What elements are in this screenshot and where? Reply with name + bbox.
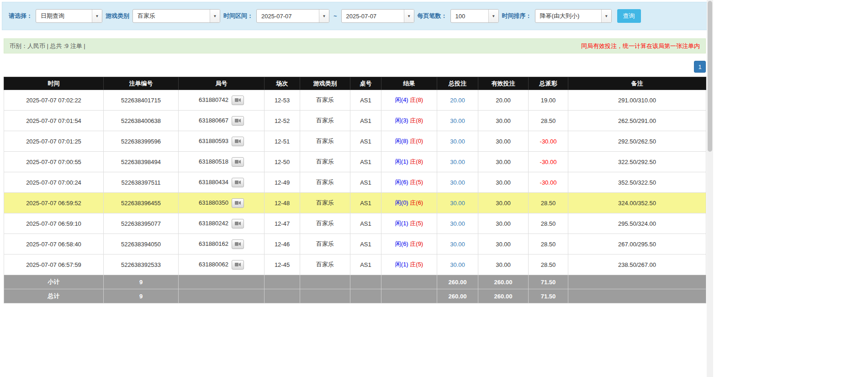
cell-bet-id: 522638397511 <box>104 172 179 193</box>
round-id-text: 631880434 <box>199 178 228 185</box>
round-id-text: 631880518 <box>199 158 228 165</box>
table-row: 2025-07-07 06:58:40 522638394050 6318801… <box>4 234 706 255</box>
date-to-select[interactable]: 2025-07-07 ▼ <box>341 9 414 23</box>
replay-video-icon[interactable] <box>232 178 244 187</box>
round-id-text: 631880667 <box>199 117 228 123</box>
game-type-label: 游戏类别 <box>106 12 129 20</box>
chevron-down-icon[interactable]: ▼ <box>210 10 220 22</box>
cell-valid-bet: 30.00 <box>478 234 529 255</box>
cell-result: 闲(8) 庄(0) <box>381 131 437 152</box>
total-bet-link[interactable]: 30.00 <box>450 179 465 186</box>
cell-table-no: AS1 <box>350 111 381 131</box>
total-bet-link[interactable]: 30.00 <box>450 117 465 124</box>
cell-result: 闲(1) 庄(8) <box>381 152 437 172</box>
total-bet-link[interactable]: 30.00 <box>450 200 465 207</box>
cell-table-no: AS1 <box>350 193 381 213</box>
result-player: 闲(1) <box>395 261 408 268</box>
total-bet-link[interactable]: 30.00 <box>450 220 465 227</box>
table-body: 2025-07-07 07:02:22 522638401715 6318807… <box>4 90 706 275</box>
cell-note: 292.50/262.50 <box>568 131 706 152</box>
cell-game-type: 百家乐 <box>300 193 350 213</box>
cell-total-bet: 30.00 <box>437 193 478 213</box>
date-from-select[interactable]: 2025-07-07 ▼ <box>256 9 329 23</box>
chevron-down-icon[interactable]: ▼ <box>404 10 414 22</box>
chevron-down-icon[interactable]: ▼ <box>601 10 611 22</box>
cell-total-bet: 20.00 <box>437 90 478 111</box>
cell-bet-id: 522638392533 <box>104 255 179 275</box>
result-player: 闲(6) <box>395 179 408 186</box>
per-page-value: 100 <box>451 10 488 22</box>
total-bet-link[interactable]: 30.00 <box>450 261 465 268</box>
total-bet-link[interactable]: 20.00 <box>450 97 465 104</box>
cell-table-no: AS1 <box>350 90 381 111</box>
table-row: 2025-07-07 07:00:55 522638398494 6318805… <box>4 152 706 172</box>
cell-bet-id: 522638399596 <box>104 131 179 152</box>
sort-select[interactable]: 降幂(由大到小) ▼ <box>535 9 612 23</box>
cell-note: 322.50/292.50 <box>568 152 706 172</box>
cell-table-no: AS1 <box>350 172 381 193</box>
game-type-select[interactable]: 百家乐 ▼ <box>132 9 220 23</box>
summary-valid-bet: 260.00 <box>478 289 529 303</box>
replay-video-icon[interactable] <box>232 116 244 126</box>
cell-session: 12-48 <box>265 193 300 213</box>
result-player: 闲(6) <box>395 240 408 247</box>
table-row: 2025-07-07 07:02:22 522638401715 6318807… <box>4 90 706 111</box>
cell-bet-id: 522638400638 <box>104 111 179 131</box>
result-player: 闲(4) <box>395 96 408 103</box>
total-bet-link[interactable]: 30.00 <box>450 138 465 145</box>
cell-round-id: 631880518 <box>179 152 265 172</box>
total-bet-link[interactable]: 30.00 <box>450 241 465 248</box>
cell-result: 闲(1) 庄(5) <box>381 255 437 275</box>
summary-payout: 71.50 <box>529 289 568 303</box>
cell-game-type: 百家乐 <box>300 234 350 255</box>
sort-label: 时间排序： <box>502 12 532 20</box>
per-page-select[interactable]: 100 ▼ <box>450 9 499 23</box>
cell-time: 2025-07-07 07:00:55 <box>4 152 104 172</box>
replay-video-icon[interactable] <box>232 137 244 146</box>
chevron-down-icon[interactable]: ▼ <box>319 10 329 22</box>
search-button[interactable]: 查询 <box>617 9 641 23</box>
info-bar: 币别：人民币 | 总共 :9 注单 | 同局有效投注，统一计算在该局第一张注单内 <box>4 38 706 53</box>
cell-session: 12-47 <box>265 213 300 234</box>
cell-payout: 28.50 <box>529 193 568 213</box>
summary-label: 总计 <box>4 289 104 303</box>
cell-session: 12-45 <box>265 255 300 275</box>
time-range-label: 时间区间： <box>223 12 253 20</box>
summary-empty <box>300 289 350 303</box>
cell-game-type: 百家乐 <box>300 172 350 193</box>
page-1-button[interactable]: 1 <box>694 61 706 73</box>
scrollbar-thumb[interactable] <box>708 1 712 152</box>
replay-video-icon[interactable] <box>232 198 244 208</box>
pagination: 1 <box>4 61 706 73</box>
summary-count: 9 <box>104 275 179 289</box>
result-banker: 庄(5) <box>410 179 423 186</box>
table-row: 2025-07-07 06:57:59 522638392533 6318800… <box>4 255 706 275</box>
chevron-down-icon[interactable]: ▼ <box>488 10 498 22</box>
cell-table-no: AS1 <box>350 152 381 172</box>
replay-video-icon[interactable] <box>232 157 244 167</box>
total-bet-link[interactable]: 30.00 <box>450 159 465 165</box>
cell-bet-id: 522638398494 <box>104 152 179 172</box>
summary-row: 小计 9 260.00 260.00 71.50 <box>4 275 706 289</box>
cell-total-bet: 30.00 <box>437 152 478 172</box>
vertical-scrollbar[interactable] <box>707 0 713 377</box>
cell-round-id: 631880434 <box>179 172 265 193</box>
cell-payout: 28.50 <box>529 213 568 234</box>
query-type-select[interactable]: 日期查询 ▼ <box>36 9 102 23</box>
column-header-4: 游戏类别 <box>300 77 350 90</box>
summary-empty <box>265 275 300 289</box>
replay-video-icon[interactable] <box>232 96 244 105</box>
per-page-label: 每页笔数： <box>418 12 447 20</box>
chevron-down-icon[interactable]: ▼ <box>92 10 102 22</box>
cell-valid-bet: 30.00 <box>478 111 529 131</box>
cell-round-id: 631880667 <box>179 111 265 131</box>
cell-note: 291.00/310.00 <box>568 90 706 111</box>
summary-empty <box>179 275 265 289</box>
replay-video-icon[interactable] <box>232 260 244 270</box>
replay-video-icon[interactable] <box>232 219 244 228</box>
replay-video-icon[interactable] <box>232 239 244 249</box>
column-header-0: 时间 <box>4 77 104 90</box>
cell-valid-bet: 30.00 <box>478 152 529 172</box>
cell-time: 2025-07-07 06:58:40 <box>4 234 104 255</box>
table-footer: 小计 9 260.00 260.00 71.50 总计 9 260.00 260… <box>4 275 706 303</box>
